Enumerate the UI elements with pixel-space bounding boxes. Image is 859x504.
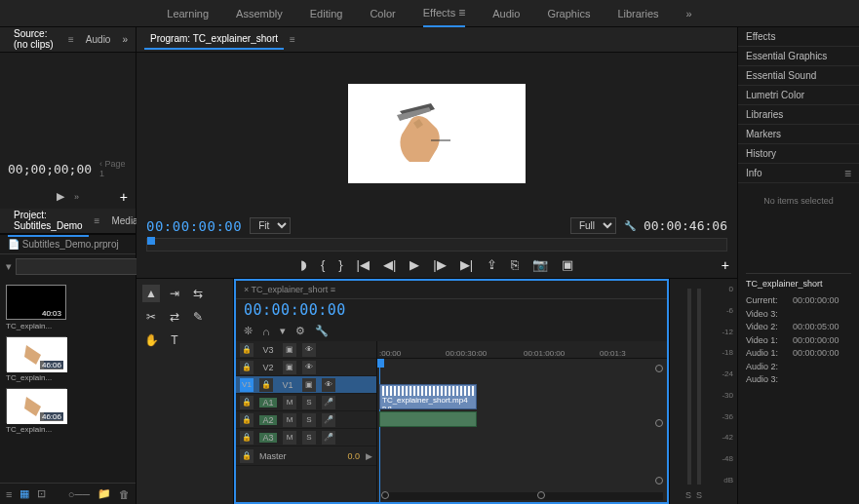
- scroll-handle-icon[interactable]: [655, 477, 663, 485]
- info-panel-header[interactable]: Info≡: [738, 164, 859, 183]
- extract-icon[interactable]: ⎘: [511, 257, 519, 272]
- timeline-ruler[interactable]: :00:00 00:00:30:00 00:01:00:00 00:01:3: [377, 341, 667, 359]
- playhead-icon[interactable]: [147, 237, 155, 245]
- lock-icon[interactable]: 🔒: [259, 378, 273, 392]
- info-menu-icon[interactable]: ≡: [844, 167, 851, 180]
- lock-icon[interactable]: 🔒: [240, 396, 254, 409]
- ripple-tool-icon[interactable]: ⇆: [189, 285, 207, 302]
- type-tool-icon[interactable]: T: [166, 331, 183, 349]
- source-overflow-icon[interactable]: »: [122, 34, 128, 45]
- timeline-tab[interactable]: × TC_explainer_short ≡: [244, 285, 335, 294]
- track-a2[interactable]: 🔒A2MS🎤: [236, 411, 376, 429]
- bin-item[interactable]: 40:03 TC_explain...: [6, 285, 66, 330]
- ws-audio[interactable]: Audio: [492, 2, 520, 25]
- source-menu-icon[interactable]: ≡: [68, 34, 74, 45]
- toggle-output-icon[interactable]: ▣: [302, 378, 316, 392]
- icon-view-icon[interactable]: ▦: [20, 487, 29, 500]
- eye-icon[interactable]: 👁: [302, 361, 316, 374]
- eye-icon[interactable]: 👁: [302, 343, 316, 357]
- eye-icon[interactable]: 👁: [322, 378, 335, 392]
- mic-icon[interactable]: 🎤: [322, 396, 335, 409]
- wrench-icon[interactable]: 🔧: [624, 220, 636, 231]
- bracket-out-icon[interactable]: }: [338, 257, 342, 272]
- program-menu-icon[interactable]: ≡: [290, 34, 295, 45]
- bracket-in-icon[interactable]: {: [321, 257, 325, 272]
- new-bin-icon[interactable]: 📁: [98, 487, 111, 500]
- lock-icon[interactable]: 🔒: [240, 361, 254, 374]
- ws-libraries[interactable]: Libraries: [617, 2, 658, 25]
- ws-overflow-icon[interactable]: »: [686, 2, 692, 25]
- go-out-icon[interactable]: ▶|: [460, 257, 473, 272]
- source-tab[interactable]: Source: (no clips): [8, 24, 62, 56]
- track-master[interactable]: 🔒Master0.0▶: [236, 446, 376, 466]
- step-back-icon[interactable]: ◀|: [383, 257, 396, 272]
- ws-editing[interactable]: Editing: [310, 2, 343, 25]
- trash-icon[interactable]: 🗑: [119, 488, 130, 500]
- essential-graphics-panel[interactable]: Essential Graphics: [738, 47, 859, 66]
- slip-tool-icon[interactable]: ⇄: [166, 308, 183, 326]
- effects-panel[interactable]: Effects: [738, 27, 859, 47]
- ws-learning[interactable]: Learning: [167, 2, 209, 25]
- step-fwd-icon[interactable]: |▶: [433, 257, 446, 272]
- comparison-icon[interactable]: ▣: [562, 257, 573, 272]
- essential-sound-panel[interactable]: Essential Sound: [738, 66, 859, 86]
- audio-clip[interactable]: [379, 411, 477, 427]
- track-a1[interactable]: 🔒A1MS🎤: [236, 394, 376, 411]
- lumetri-color-panel[interactable]: Lumetri Color: [738, 86, 859, 105]
- source-overflow[interactable]: »: [74, 192, 79, 202]
- full-select[interactable]: Full: [570, 217, 616, 234]
- markers-panel[interactable]: Markers: [738, 125, 859, 144]
- ws-graphics[interactable]: Graphics: [547, 2, 590, 25]
- track-a3[interactable]: 🔒A3MS🎤: [236, 429, 376, 446]
- program-tc-left[interactable]: 00:00:00:00: [146, 218, 242, 234]
- video-clip[interactable]: TC_explainer_short.mp4 [V]: [379, 384, 477, 409]
- link-icon[interactable]: ∩: [262, 326, 270, 337]
- search-input[interactable]: [16, 258, 149, 275]
- source-page[interactable]: ‹ Page 1: [99, 159, 128, 178]
- wrench-icon[interactable]: 🔧: [315, 325, 329, 337]
- play-icon[interactable]: ▶: [57, 190, 64, 203]
- bin-item[interactable]: 46:06 TC_explain...: [6, 336, 66, 382]
- filter-icon[interactable]: ▾: [6, 260, 12, 273]
- mark-in-icon[interactable]: ◗: [300, 257, 307, 272]
- ws-color[interactable]: Color: [370, 2, 395, 25]
- ws-effects[interactable]: Effects ≡: [423, 0, 466, 27]
- fit-select[interactable]: Fit: [250, 217, 291, 234]
- go-in-icon[interactable]: |◀: [357, 257, 370, 272]
- scroll-handle-icon[interactable]: [655, 365, 663, 372]
- hand-tool-icon[interactable]: ✋: [142, 331, 160, 349]
- lock-icon[interactable]: 🔒: [240, 343, 254, 357]
- lock-icon[interactable]: 🔒: [240, 431, 254, 445]
- audio-tab[interactable]: Audio: [80, 30, 117, 49]
- settings-icon[interactable]: ⚙: [295, 325, 305, 337]
- program-ruler[interactable]: [146, 238, 727, 252]
- export-frame-icon[interactable]: 📷: [532, 257, 548, 272]
- list-view-icon[interactable]: ≡: [6, 488, 12, 500]
- play-icon[interactable]: ▶: [410, 257, 419, 272]
- track-v1[interactable]: V1🔒V1▣👁: [236, 376, 376, 394]
- toggle-output-icon[interactable]: ▣: [283, 343, 296, 357]
- razor-tool-icon[interactable]: ✂: [142, 308, 160, 326]
- mic-icon[interactable]: 🎤: [322, 431, 335, 445]
- track-v3[interactable]: 🔒V3▣👁: [236, 341, 376, 359]
- marker-icon[interactable]: ▾: [280, 325, 286, 337]
- zoom-slider[interactable]: ○──: [68, 488, 90, 500]
- track-select-icon[interactable]: ⇥: [166, 285, 183, 302]
- ws-assembly[interactable]: Assembly: [236, 2, 283, 25]
- toggle-output-icon[interactable]: ▣: [283, 361, 296, 374]
- lift-icon[interactable]: ⇪: [487, 257, 497, 272]
- lock-icon[interactable]: 🔒: [240, 449, 254, 463]
- scroll-handle-icon[interactable]: [655, 419, 663, 427]
- add-button[interactable]: +: [120, 189, 128, 205]
- selection-tool-icon[interactable]: ▲: [142, 285, 160, 302]
- add-button[interactable]: +: [722, 257, 729, 273]
- timeline-playhead[interactable]: [379, 359, 380, 502]
- mic-icon[interactable]: 🎤: [322, 413, 335, 427]
- bin-item[interactable]: 46:06 TC_explain...: [6, 388, 66, 434]
- libraries-panel[interactable]: Libraries: [738, 105, 859, 125]
- lock-icon[interactable]: 🔒: [240, 413, 254, 427]
- timeline-timecode[interactable]: 00:00:00:00: [244, 301, 346, 319]
- track-v2[interactable]: 🔒V2▣👁: [236, 359, 376, 376]
- source-timecode[interactable]: 00;00;00;00: [8, 162, 92, 176]
- program-tab[interactable]: Program: TC_explainer_short: [144, 29, 284, 50]
